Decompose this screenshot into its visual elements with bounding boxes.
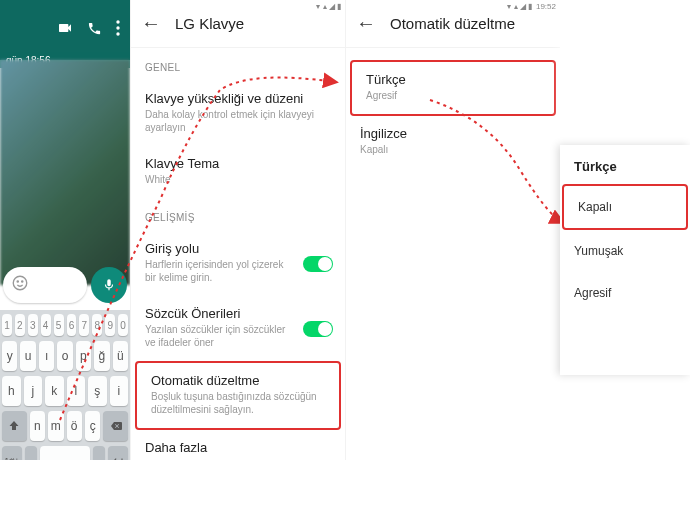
key-c-cedilla[interactable]: ç [85,411,100,441]
emoji-icon[interactable] [11,274,29,296]
key-g-breve[interactable]: ğ [94,341,109,371]
whatsapp-header [0,0,130,60]
key-o[interactable]: o [57,341,72,371]
key-space[interactable] [40,446,90,460]
key-l[interactable]: l [67,376,86,406]
item-input-path[interactable]: Giriş yolu Harflerin içerisinden yol çiz… [131,231,345,296]
item-word-suggestions[interactable]: Sözcük Önerileri Yazılan sözcükler için … [131,296,345,361]
item-subtitle: Boşluk tuşuna bastığınızda sözcüğün düze… [151,390,325,416]
key-p[interactable]: p [76,341,91,371]
key-n[interactable]: n [30,411,45,441]
more-icon[interactable] [116,20,120,40]
item-autocorrect[interactable]: Otomatik düzeltme Boşluk tuşuna bastığın… [135,361,341,430]
option-aggressive[interactable]: Agresif [560,272,690,314]
section-general: GENEL [131,48,345,81]
key-1[interactable]: 1 [2,314,12,336]
key-k[interactable]: k [45,376,64,406]
item-subtitle: Agresif [366,89,540,102]
settings-title: LG Klavye [175,15,244,32]
status-bar: ▾ ▴ ◢ ▮ [316,2,341,11]
key-4[interactable]: 4 [41,314,51,336]
autocorrect-settings: ▾ ▴ ◢ ▮ 19:52 ← Otomatik düzeltme Türkçe… [345,0,560,460]
item-title: Klavye Tema [145,156,331,171]
key-u[interactable]: u [20,341,35,371]
lg-keyboard-settings: ▾ ▴ ◢ ▮ ← LG Klavye GENEL Klavye yüksekl… [130,0,345,460]
item-english[interactable]: İngilizce Kapalı [346,116,560,168]
autocorrect-level-popup: Türkçe Kapalı Yumuşak Agresif [560,145,690,375]
status-bar: ▾ ▴ ◢ ▮ 19:52 [507,2,556,11]
item-title: Klavye yüksekliği ve düzeni [145,91,331,106]
key-u-uml[interactable]: ü [113,341,128,371]
svg-point-0 [116,20,119,23]
item-title: Daha fazla [145,440,331,455]
key-o-uml[interactable]: ö [67,411,82,441]
back-icon[interactable]: ← [356,12,376,35]
item-title: Otomatik düzeltme [151,373,325,388]
svg-point-2 [116,32,119,35]
toggle-on[interactable] [303,321,333,337]
key-2[interactable]: 2 [15,314,25,336]
key-row-nums: 1 2 3 4 5 6 7 8 9 0 [2,314,128,336]
option-soft[interactable]: Yumuşak [560,230,690,272]
key-0[interactable]: 0 [118,314,128,336]
key-y[interactable]: y [2,341,17,371]
key-5[interactable]: 5 [54,314,64,336]
key-period[interactable]: . [93,446,105,460]
key-i-dotless[interactable]: ı [39,341,54,371]
item-subtitle: Kapalı [360,143,546,156]
settings-title: Otomatik düzeltme [390,15,515,32]
key-6[interactable]: 6 [67,314,77,336]
key-row-3: n m ö ç [2,411,128,441]
popup-title: Türkçe [560,145,690,184]
item-title: İngilizce [360,126,546,141]
key-symbols[interactable]: 1#+ [2,446,22,460]
key-row-2: h j k l ş i [2,376,128,406]
message-input-row [3,265,127,305]
key-row-4: 1#+ , . [2,446,128,460]
whatsapp-panel: gün 18:56 1 2 3 4 5 6 7 8 9 0 y u ı o [0,0,130,460]
key-j[interactable]: j [24,376,43,406]
item-more[interactable]: Daha fazla [131,430,345,460]
key-s-cedilla[interactable]: ş [88,376,107,406]
key-i[interactable]: i [110,376,129,406]
item-keyboard-height[interactable]: Klavye yüksekliği ve düzeni Daha kolay k… [131,81,345,146]
svg-point-1 [116,26,119,29]
item-keyboard-theme[interactable]: Klavye Tema White [131,146,345,198]
call-background [0,60,130,285]
svg-point-3 [13,276,27,290]
section-advanced: GELİŞMİŞ [131,198,345,231]
key-comma[interactable]: , [25,446,37,460]
videocall-icon[interactable] [57,20,73,40]
key-8[interactable]: 8 [92,314,102,336]
message-input[interactable] [3,267,87,303]
key-7[interactable]: 7 [79,314,89,336]
phone-icon[interactable] [87,21,102,40]
key-m[interactable]: m [48,411,63,441]
settings-header: ← LG Klavye [131,0,345,48]
svg-point-5 [22,281,23,282]
key-3[interactable]: 3 [28,314,38,336]
option-off[interactable]: Kapalı [562,184,688,230]
toggle-on[interactable] [303,256,333,272]
keyboard[interactable]: 1 2 3 4 5 6 7 8 9 0 y u ı o p ğ ü h j k … [0,310,130,460]
key-9[interactable]: 9 [105,314,115,336]
key-h[interactable]: h [2,376,21,406]
back-icon[interactable]: ← [141,12,161,35]
key-backspace[interactable] [103,411,128,441]
key-shift[interactable] [2,411,27,441]
mic-button[interactable] [91,267,127,303]
item-title: Giriş yolu [145,241,331,256]
key-row-1: y u ı o p ğ ü [2,341,128,371]
item-subtitle: Daha kolay kontrol etmek için klavyeyi a… [145,108,331,134]
item-title: Türkçe [366,72,540,87]
item-subtitle: White [145,173,331,186]
key-enter[interactable] [108,446,128,460]
item-title: Sözcük Önerileri [145,306,331,321]
svg-point-4 [17,281,18,282]
item-turkish[interactable]: Türkçe Agresif [350,60,556,116]
